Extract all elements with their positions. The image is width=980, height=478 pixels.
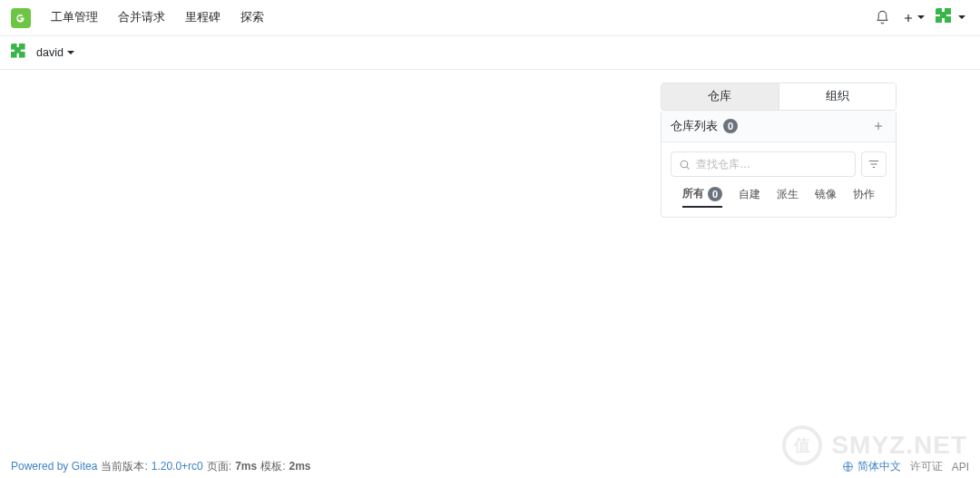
svg-point-0: [681, 161, 688, 168]
nav-milestones[interactable]: 里程碑: [176, 0, 230, 36]
nav-explore[interactable]: 探索: [231, 0, 273, 36]
footer-license[interactable]: 许可证: [910, 459, 943, 474]
footer-api[interactable]: API: [952, 461, 969, 473]
repo-filter-tabs: 所有 0 自建 派生 镜像 协作: [671, 186, 887, 208]
footer-powered-by[interactable]: Powered by Gitea: [11, 460, 97, 473]
caret-down-icon: [917, 15, 925, 20]
plus-icon: [902, 12, 915, 24]
avatar: [936, 8, 956, 28]
create-menu-button[interactable]: [897, 0, 930, 36]
notifications-button[interactable]: [869, 0, 895, 36]
new-repo-button[interactable]: [870, 118, 887, 134]
footer-version[interactable]: 1.20.0+rc0: [152, 460, 203, 473]
context-avatar: [11, 44, 29, 62]
repo-count-badge: 0: [723, 119, 738, 133]
plus-icon: [872, 120, 885, 132]
user-menu-button[interactable]: [932, 0, 969, 36]
repo-search-input[interactable]: [696, 156, 848, 172]
footer-language[interactable]: 简体中文: [842, 459, 901, 474]
caret-down-icon: [958, 15, 965, 20]
bell-icon: [875, 10, 890, 25]
brand-logo[interactable]: [11, 0, 40, 36]
repo-org-switch: 仓库 组织: [661, 83, 897, 111]
tab-repositories[interactable]: 仓库: [662, 83, 779, 110]
filter-tab-forks[interactable]: 派生: [777, 187, 799, 207]
context-switcher[interactable]: david: [36, 46, 74, 59]
filter-tab-sources[interactable]: 自建: [739, 187, 760, 207]
footer-left: Powered by Gitea 当前版本: 1.20.0+rc0 页面: 7m…: [11, 459, 311, 474]
repo-panel: 仓库列表 0: [661, 110, 897, 218]
filter-tab-all[interactable]: 所有 0: [682, 186, 722, 208]
gitea-icon: [11, 8, 31, 28]
footer-page-time: 7ms: [235, 460, 257, 473]
tab-organizations[interactable]: 组织: [779, 83, 897, 110]
filter-tab-collab[interactable]: 协作: [853, 187, 875, 207]
nav-pulls[interactable]: 合并请求: [109, 0, 174, 36]
repo-filter-button[interactable]: [861, 151, 887, 177]
username-label: david: [36, 46, 64, 59]
nav-issues[interactable]: 工单管理: [42, 0, 107, 36]
search-icon: [679, 159, 691, 171]
caret-down-icon: [67, 51, 74, 55]
globe-icon: [842, 461, 854, 473]
footer-template-time: 2ms: [289, 460, 311, 473]
repo-panel-title: 仓库列表 0: [671, 119, 738, 134]
footer-right: 简体中文 许可证 API: [842, 459, 969, 474]
filter-tab-mirrors[interactable]: 镜像: [815, 187, 837, 207]
filter-icon: [867, 158, 880, 171]
repo-search-wrap[interactable]: [671, 151, 856, 177]
